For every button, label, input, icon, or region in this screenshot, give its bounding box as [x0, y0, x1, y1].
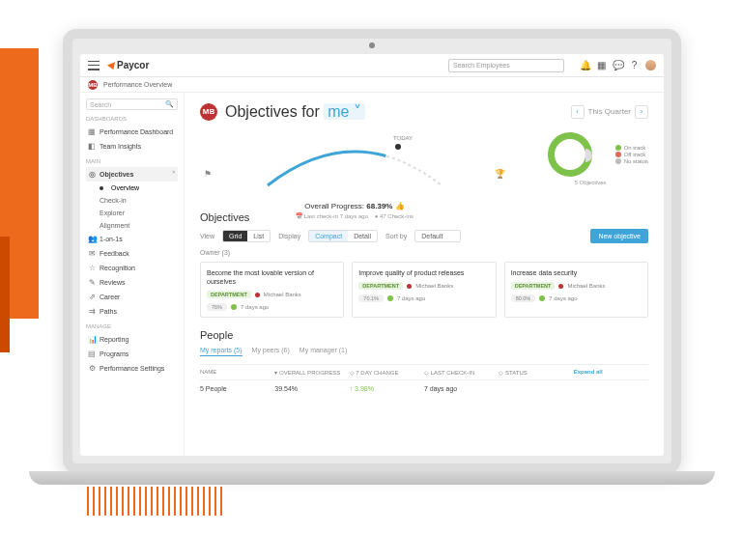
objective-card[interactable]: Become the most lovable version of ourse… — [200, 262, 344, 318]
tab-my-peers[interactable]: My peers (6) — [252, 347, 290, 356]
tab-my-reports[interactable]: My reports (5) — [200, 347, 243, 356]
sidebar-item-perf-dashboard[interactable]: ▦Performance Dashboard — [86, 125, 178, 139]
progress-meta: 📅 Last check-in 7 days ago ● 47 Check-in… — [200, 212, 509, 219]
flag-start-icon: ⚑ — [204, 169, 212, 179]
status-legend: On track Off track No status — [615, 144, 648, 165]
overall-progress-label: Overall Progress: 68.39% 👍 — [200, 202, 509, 210]
sidebar-item-feedback[interactable]: ✉Feedback — [86, 246, 178, 261]
sidebar-heading-main: MAIN — [86, 158, 178, 164]
help-icon[interactable]: ? — [629, 60, 640, 70]
laptop-base — [29, 471, 715, 485]
sidebar-item-1on1s[interactable]: 👥1-on-1s — [86, 232, 178, 246]
expand-all-button[interactable]: Expand all — [574, 369, 648, 376]
svg-point-0 — [395, 144, 401, 150]
sidebar-item-programs[interactable]: ▤Programs — [86, 347, 178, 361]
sort-select[interactable]: Default — [414, 230, 461, 242]
trophy-icon: 🏆 — [495, 169, 505, 179]
brand-logo: Paycor — [107, 60, 149, 70]
avatar[interactable] — [645, 60, 656, 70]
sidebar-search[interactable]: Search🔍 — [86, 98, 178, 110]
search-input[interactable]: Search Employees — [448, 59, 564, 72]
sidebar-item-reporting[interactable]: 📊Reporting — [86, 332, 178, 347]
objective-card[interactable]: Improve quality of product releases DEPA… — [352, 262, 496, 318]
progress-arc: TODAY — [253, 132, 456, 200]
sidebar-heading-dashboards: DASHBOARDS — [86, 116, 178, 122]
apps-icon[interactable]: ▦ — [596, 60, 607, 70]
sidebar-item-career[interactable]: ⇗Career — [86, 290, 178, 304]
page-title: Objectives for me ˅ — [225, 102, 365, 121]
camera-dot — [369, 42, 375, 48]
sidebar-item-recognition[interactable]: ☆Recognition — [86, 261, 178, 275]
display-toggle[interactable]: Compact Detail — [308, 230, 378, 242]
bell-icon[interactable]: 🔔 — [580, 60, 590, 70]
status-donut — [548, 132, 592, 177]
donut-count: 5 Objectives — [532, 180, 648, 185]
sidebar-item-explorer[interactable]: Explorer — [86, 207, 178, 219]
sidebar-item-team-insights[interactable]: ◧Team Insights — [86, 139, 178, 154]
chat-icon[interactable]: 💬 — [613, 60, 623, 70]
sidebar-item-objectives[interactable]: ◎Objectives˄ — [86, 167, 178, 182]
hamburger-icon[interactable] — [88, 61, 100, 70]
breadcrumb: MB Performance Overview — [80, 77, 664, 93]
sidebar-item-perf-settings[interactable]: ⚙Performance Settings — [86, 361, 178, 376]
breadcrumb-badge: MB — [88, 80, 98, 90]
decorative-ticks — [87, 487, 222, 516]
people-table: NAME ▾ OVERALL PROGRESS ◇ 7 DAY CHANGE ◇… — [200, 364, 648, 397]
sidebar-item-alignment[interactable]: Alignment — [86, 219, 178, 232]
people-tabs: My reports (5) My peers (6) My manager (… — [200, 347, 648, 356]
sidebar-heading-manage: MANAGE — [86, 323, 178, 329]
period-label: This Quarter — [588, 107, 631, 116]
breadcrumb-label: Performance Overview — [103, 81, 172, 88]
topbar: Paycor Search Employees 🔔 ▦ 💬 ? — [80, 54, 664, 77]
sidebar-item-paths[interactable]: ⇉Paths — [86, 304, 178, 319]
sidebar-item-reviews[interactable]: ✎Reviews — [86, 275, 178, 290]
period-next-button[interactable]: › — [635, 105, 648, 119]
table-row[interactable]: 5 People 39.54% ↑ 3.98% 7 days ago — [200, 380, 648, 397]
objective-card[interactable]: Increase data security DEPARTMENTMichael… — [504, 262, 648, 318]
sidebar-item-overview[interactable]: Overview — [86, 182, 178, 194]
main-panel: MB Objectives for me ˅ ‹ This Quarter › … — [185, 93, 664, 456]
scope-dropdown[interactable]: me ˅ — [324, 103, 365, 120]
tab-my-manager[interactable]: My manager (1) — [300, 347, 347, 356]
user-badge: MB — [200, 103, 217, 121]
people-heading: People — [200, 329, 648, 341]
new-objective-button[interactable]: New objective — [590, 229, 648, 243]
view-toggle[interactable]: Grid List — [222, 230, 271, 242]
app-screen: Paycor Search Employees 🔔 ▦ 💬 ? MB Perfo… — [80, 54, 664, 456]
laptop-frame: Paycor Search Employees 🔔 ▦ 💬 ? MB Perfo… — [63, 29, 681, 473]
period-prev-button[interactable]: ‹ — [571, 105, 585, 119]
today-marker: TODAY — [393, 135, 413, 141]
owner-label: Owner (3) — [200, 249, 648, 256]
sidebar-item-checkin[interactable]: Check-in — [86, 194, 178, 207]
sidebar: Search🔍 DASHBOARDS ▦Performance Dashboar… — [80, 93, 185, 456]
